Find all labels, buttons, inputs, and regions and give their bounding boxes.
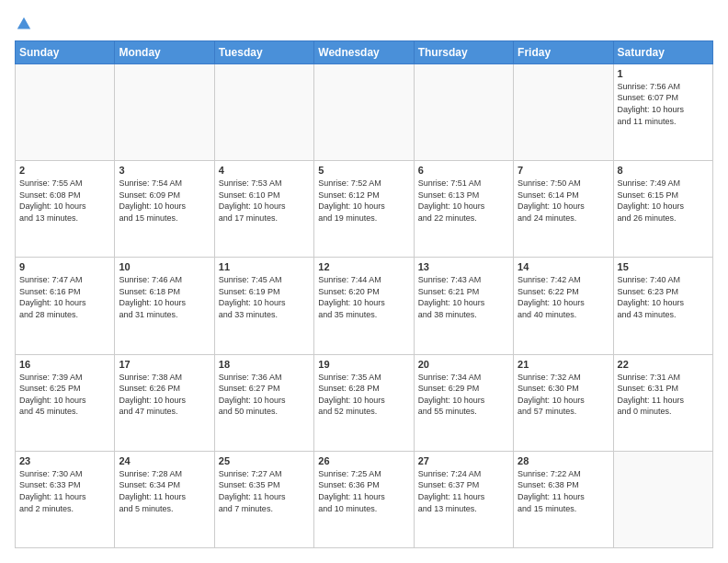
- day-number: 13: [418, 261, 509, 272]
- calendar-cell: 1Sunrise: 7:56 AM Sunset: 6:07 PM Daylig…: [613, 63, 712, 160]
- day-number: 8: [618, 165, 709, 176]
- calendar-cell: 2Sunrise: 7:55 AM Sunset: 6:08 PM Daylig…: [16, 161, 115, 258]
- calendar-week-1: 2Sunrise: 7:55 AM Sunset: 6:08 PM Daylig…: [16, 161, 713, 258]
- day-info: Sunrise: 7:42 AM Sunset: 6:22 PM Dayligh…: [518, 274, 609, 320]
- calendar-cell: 10Sunrise: 7:46 AM Sunset: 6:18 PM Dayli…: [115, 258, 214, 354]
- day-number: 26: [318, 455, 409, 466]
- day-number: 20: [418, 359, 509, 370]
- day-info: Sunrise: 7:51 AM Sunset: 6:13 PM Dayligh…: [418, 178, 509, 224]
- calendar-week-3: 16Sunrise: 7:39 AM Sunset: 6:25 PM Dayli…: [16, 354, 713, 451]
- calendar-cell: 14Sunrise: 7:42 AM Sunset: 6:22 PM Dayli…: [514, 258, 613, 354]
- day-number: 21: [518, 359, 609, 370]
- calendar-cell: 21Sunrise: 7:32 AM Sunset: 6:30 PM Dayli…: [514, 354, 613, 451]
- calendar-cell: 19Sunrise: 7:35 AM Sunset: 6:28 PM Dayli…: [314, 354, 414, 451]
- calendar-week-4: 23Sunrise: 7:30 AM Sunset: 6:33 PM Dayli…: [16, 451, 713, 547]
- day-number: 4: [219, 165, 310, 176]
- day-info: Sunrise: 7:31 AM Sunset: 6:31 PM Dayligh…: [618, 372, 709, 418]
- calendar-header-wednesday: Wednesday: [314, 40, 414, 63]
- calendar-week-2: 9Sunrise: 7:47 AM Sunset: 6:16 PM Daylig…: [16, 258, 713, 354]
- svg-marker-0: [17, 17, 30, 29]
- calendar-cell: 24Sunrise: 7:28 AM Sunset: 6:34 PM Dayli…: [115, 451, 214, 547]
- logo-icon: [16, 16, 32, 32]
- calendar-cell: 9Sunrise: 7:47 AM Sunset: 6:16 PM Daylig…: [16, 258, 115, 354]
- day-number: 6: [418, 165, 509, 176]
- day-number: 2: [19, 165, 110, 176]
- calendar-cell: [16, 63, 115, 160]
- day-info: Sunrise: 7:22 AM Sunset: 6:38 PM Dayligh…: [518, 468, 609, 514]
- day-number: 16: [19, 359, 110, 370]
- calendar-cell: 5Sunrise: 7:52 AM Sunset: 6:12 PM Daylig…: [314, 161, 414, 258]
- calendar-cell: 7Sunrise: 7:50 AM Sunset: 6:14 PM Daylig…: [514, 161, 613, 258]
- calendar-header-sunday: Sunday: [16, 40, 115, 63]
- calendar-cell: 18Sunrise: 7:36 AM Sunset: 6:27 PM Dayli…: [214, 354, 313, 451]
- calendar-cell: 13Sunrise: 7:43 AM Sunset: 6:21 PM Dayli…: [414, 258, 513, 354]
- day-info: Sunrise: 7:32 AM Sunset: 6:30 PM Dayligh…: [518, 372, 609, 418]
- day-info: Sunrise: 7:34 AM Sunset: 6:29 PM Dayligh…: [418, 372, 509, 418]
- header: [15, 15, 713, 33]
- day-info: Sunrise: 7:38 AM Sunset: 6:26 PM Dayligh…: [119, 372, 210, 418]
- calendar-cell: 8Sunrise: 7:49 AM Sunset: 6:15 PM Daylig…: [613, 161, 712, 258]
- day-info: Sunrise: 7:40 AM Sunset: 6:23 PM Dayligh…: [618, 274, 709, 320]
- day-info: Sunrise: 7:46 AM Sunset: 6:18 PM Dayligh…: [119, 274, 210, 320]
- calendar-header-row: SundayMondayTuesdayWednesdayThursdayFrid…: [16, 40, 713, 63]
- calendar-cell: 3Sunrise: 7:54 AM Sunset: 6:09 PM Daylig…: [115, 161, 214, 258]
- calendar-cell: [314, 63, 414, 160]
- day-number: 23: [19, 455, 110, 466]
- day-number: 18: [219, 359, 310, 370]
- day-number: 24: [119, 455, 210, 466]
- calendar-cell: [115, 63, 214, 160]
- day-number: 11: [219, 261, 310, 272]
- day-number: 14: [518, 261, 609, 272]
- day-info: Sunrise: 7:24 AM Sunset: 6:37 PM Dayligh…: [418, 468, 509, 514]
- day-info: Sunrise: 7:52 AM Sunset: 6:12 PM Dayligh…: [318, 178, 409, 224]
- calendar-cell: 17Sunrise: 7:38 AM Sunset: 6:26 PM Dayli…: [115, 354, 214, 451]
- logo: [15, 15, 32, 33]
- calendar-header-friday: Friday: [514, 40, 613, 63]
- day-info: Sunrise: 7:35 AM Sunset: 6:28 PM Dayligh…: [318, 372, 409, 418]
- calendar-cell: 11Sunrise: 7:45 AM Sunset: 6:19 PM Dayli…: [214, 258, 313, 354]
- calendar-week-0: 1Sunrise: 7:56 AM Sunset: 6:07 PM Daylig…: [16, 63, 713, 160]
- page: SundayMondayTuesdayWednesdayThursdayFrid…: [0, 0, 728, 563]
- calendar-cell: 16Sunrise: 7:39 AM Sunset: 6:25 PM Dayli…: [16, 354, 115, 451]
- calendar-cell: 15Sunrise: 7:40 AM Sunset: 6:23 PM Dayli…: [613, 258, 712, 354]
- calendar-header-thursday: Thursday: [414, 40, 513, 63]
- day-info: Sunrise: 7:47 AM Sunset: 6:16 PM Dayligh…: [19, 274, 110, 320]
- calendar-cell: [414, 63, 513, 160]
- calendar-cell: 28Sunrise: 7:22 AM Sunset: 6:38 PM Dayli…: [514, 451, 613, 547]
- day-number: 7: [518, 165, 609, 176]
- day-info: Sunrise: 7:25 AM Sunset: 6:36 PM Dayligh…: [318, 468, 409, 514]
- calendar-cell: 25Sunrise: 7:27 AM Sunset: 6:35 PM Dayli…: [214, 451, 313, 547]
- day-number: 10: [119, 261, 210, 272]
- day-info: Sunrise: 7:45 AM Sunset: 6:19 PM Dayligh…: [219, 274, 310, 320]
- calendar-cell: 27Sunrise: 7:24 AM Sunset: 6:37 PM Dayli…: [414, 451, 513, 547]
- day-number: 19: [318, 359, 409, 370]
- day-number: 9: [19, 261, 110, 272]
- day-info: Sunrise: 7:53 AM Sunset: 6:10 PM Dayligh…: [219, 178, 310, 224]
- day-info: Sunrise: 7:30 AM Sunset: 6:33 PM Dayligh…: [19, 468, 110, 514]
- calendar-table: SundayMondayTuesdayWednesdayThursdayFrid…: [15, 40, 713, 548]
- day-number: 5: [318, 165, 409, 176]
- logo-text: [15, 15, 32, 33]
- day-number: 17: [119, 359, 210, 370]
- day-info: Sunrise: 7:27 AM Sunset: 6:35 PM Dayligh…: [219, 468, 310, 514]
- day-info: Sunrise: 7:44 AM Sunset: 6:20 PM Dayligh…: [318, 274, 409, 320]
- day-info: Sunrise: 7:54 AM Sunset: 6:09 PM Dayligh…: [119, 178, 210, 224]
- day-info: Sunrise: 7:28 AM Sunset: 6:34 PM Dayligh…: [119, 468, 210, 514]
- calendar-cell: 12Sunrise: 7:44 AM Sunset: 6:20 PM Dayli…: [314, 258, 414, 354]
- day-info: Sunrise: 7:36 AM Sunset: 6:27 PM Dayligh…: [219, 372, 310, 418]
- calendar-cell: 26Sunrise: 7:25 AM Sunset: 6:36 PM Dayli…: [314, 451, 414, 547]
- day-info: Sunrise: 7:43 AM Sunset: 6:21 PM Dayligh…: [418, 274, 509, 320]
- day-info: Sunrise: 7:56 AM Sunset: 6:07 PM Dayligh…: [618, 81, 709, 127]
- day-number: 27: [418, 455, 509, 466]
- day-info: Sunrise: 7:50 AM Sunset: 6:14 PM Dayligh…: [518, 178, 609, 224]
- calendar-cell: 4Sunrise: 7:53 AM Sunset: 6:10 PM Daylig…: [214, 161, 313, 258]
- calendar-header-tuesday: Tuesday: [214, 40, 313, 63]
- calendar-cell: 20Sunrise: 7:34 AM Sunset: 6:29 PM Dayli…: [414, 354, 513, 451]
- day-number: 28: [518, 455, 609, 466]
- calendar-cell: [214, 63, 313, 160]
- calendar-cell: 23Sunrise: 7:30 AM Sunset: 6:33 PM Dayli…: [16, 451, 115, 547]
- calendar-cell: [514, 63, 613, 160]
- day-number: 22: [618, 359, 709, 370]
- calendar-header-monday: Monday: [115, 40, 214, 63]
- day-number: 1: [618, 68, 709, 79]
